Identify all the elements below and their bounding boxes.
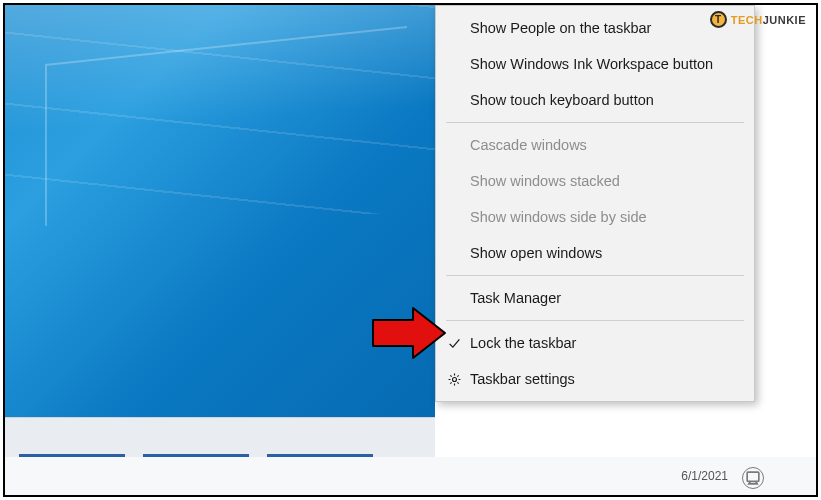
watermark-logo-icon: T: [710, 11, 727, 28]
menu-item-label: Task Manager: [470, 290, 561, 306]
svg-point-1: [452, 377, 456, 381]
svg-rect-0: [747, 472, 759, 481]
menu-show-ink-workspace[interactable]: Show Windows Ink Workspace button: [436, 46, 754, 82]
menu-item-label: Taskbar settings: [470, 371, 575, 387]
action-center-icon[interactable]: [742, 467, 764, 489]
menu-lock-taskbar[interactable]: Lock the taskbar: [436, 325, 754, 361]
menu-item-label: Lock the taskbar: [470, 335, 576, 351]
menu-item-label: Show windows stacked: [470, 173, 620, 189]
menu-item-label: Show Windows Ink Workspace button: [470, 56, 713, 72]
watermark-brand-b: JUNKIE: [763, 14, 806, 26]
menu-task-manager[interactable]: Task Manager: [436, 280, 754, 316]
menu-taskbar-settings[interactable]: Taskbar settings: [436, 361, 754, 397]
menu-separator: [446, 320, 744, 321]
menu-stacked-windows[interactable]: Show windows stacked: [436, 163, 754, 199]
check-icon: [446, 335, 462, 351]
menu-show-touch-keyboard[interactable]: Show touch keyboard button: [436, 82, 754, 118]
watermark-brand-a: TECH: [731, 14, 763, 26]
menu-item-label: Show touch keyboard button: [470, 92, 654, 108]
taskbar-context-menu: Show People on the taskbar Show Windows …: [435, 5, 755, 402]
lower-background: 6/1/2021: [5, 457, 816, 495]
system-tray-date[interactable]: 6/1/2021: [681, 469, 728, 483]
desktop-wallpaper: [5, 5, 435, 457]
taskbar[interactable]: [5, 417, 435, 457]
menu-show-open-windows[interactable]: Show open windows: [436, 235, 754, 271]
menu-item-label: Cascade windows: [470, 137, 587, 153]
menu-item-label: Show windows side by side: [470, 209, 647, 225]
menu-item-label: Show open windows: [470, 245, 602, 261]
menu-side-by-side[interactable]: Show windows side by side: [436, 199, 754, 235]
menu-show-people[interactable]: Show People on the taskbar: [436, 10, 754, 46]
menu-separator: [446, 275, 744, 276]
menu-item-label: Show People on the taskbar: [470, 20, 651, 36]
gear-icon: [446, 371, 462, 387]
screenshot-frame: 6/1/2021 Show People on the taskbar Show…: [3, 3, 818, 497]
menu-separator: [446, 122, 744, 123]
watermark: T TECHJUNKIE: [710, 11, 806, 28]
menu-cascade-windows[interactable]: Cascade windows: [436, 127, 754, 163]
